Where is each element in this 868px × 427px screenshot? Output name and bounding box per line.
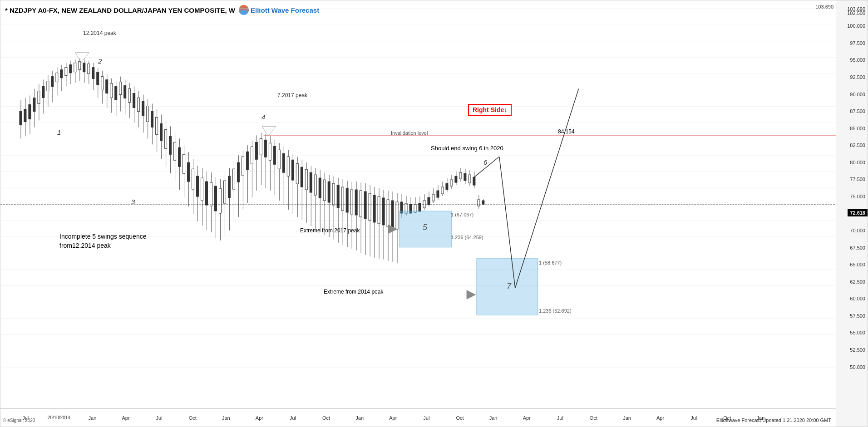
svg-rect-111 [214,186,217,211]
candles-chart [0,0,836,408]
svg-rect-91 [169,136,172,154]
svg-rect-107 [206,182,208,205]
price-82500: 82.500 [850,142,865,148]
fib-1-box7: 1 (58.677) [539,260,562,265]
svg-rect-229 [482,201,484,204]
svg-rect-53 [83,63,85,72]
svg-rect-47 [69,65,72,73]
wave-6-label: 6 [483,158,487,166]
svg-rect-27 [24,109,26,122]
x-label-20102014: 20/10/2014 [48,415,70,420]
svg-rect-65 [110,83,113,98]
wave-5-label: 5 [423,223,427,232]
price-80000: 80.000 [850,160,865,165]
svg-rect-29 [29,104,31,119]
svg-rect-69 [119,82,122,95]
chart-container: * NZDJPY A0-FX, NEW ZEALAND DOLLAR/JAPAN… [0,0,868,427]
svg-rect-151 [305,169,307,190]
svg-rect-173 [355,190,357,215]
svg-rect-63 [106,80,108,93]
svg-rect-79 [142,101,144,116]
x-label-jul3: Jul [290,415,296,421]
svg-rect-169 [346,188,348,212]
price-77500: 77.500 [850,177,865,182]
svg-rect-177 [364,191,366,219]
peak-2017-label: 7.2017 peak [277,92,307,98]
wave-4-label: 4 [261,113,265,121]
svg-rect-145 [291,160,294,180]
svg-rect-127 [251,147,253,164]
svg-rect-85 [156,117,158,134]
svg-rect-167 [341,187,344,211]
price-95000: 95.000 [850,57,865,63]
price-67500: 67.500 [850,245,865,250]
svg-rect-129 [255,142,257,159]
svg-rect-189 [391,201,394,228]
svg-rect-75 [133,93,135,108]
price-52500: 52.500 [850,347,865,353]
svg-marker-238 [467,290,476,299]
svg-rect-179 [369,193,371,221]
svg-rect-87 [160,123,163,141]
svg-rect-155 [314,175,316,195]
svg-rect-139 [278,150,280,169]
svg-rect-217 [455,176,457,182]
fib-1236-box7: 1.236 (52.692) [539,308,572,314]
svg-rect-181 [373,195,375,222]
svg-rect-205 [428,197,430,205]
fib-1-box5: 1 (67.067) [451,212,473,217]
svg-rect-157 [319,178,321,198]
svg-rect-37 [47,81,49,91]
svg-rect-113 [219,188,221,213]
svg-rect-153 [310,172,312,192]
wave-3-label: 3 [131,198,135,206]
x-label-oct1: Oct [189,415,197,421]
svg-rect-95 [178,147,181,167]
svg-rect-59 [97,72,99,85]
x-label-apr4: Apr [523,415,531,421]
x-label-jan2: Jan [222,415,230,421]
svg-rect-183 [378,196,380,224]
price-85000: 85.000 [850,126,865,131]
svg-rect-215 [450,180,453,186]
svg-rect-41 [56,73,58,82]
svg-rect-103 [197,176,199,196]
price-102500: 102.500 [847,10,865,16]
svg-rect-101 [192,169,194,189]
svg-rect-125 [246,152,248,170]
price-87500: 87.500 [850,108,865,114]
svg-rect-175 [360,191,362,217]
x-label-jan1: Jan [89,415,97,421]
price-75000: 75.000 [850,194,865,199]
svg-rect-51 [79,62,81,70]
current-price-badge: 72.618 [848,209,868,216]
x-axis: Jul 20/10/2014 Jan Apr Jul Oct Jan Apr J… [0,408,836,427]
svg-rect-213 [446,183,448,190]
svg-rect-81 [147,106,149,122]
wave-1-label: 1 [57,128,61,136]
svg-rect-133 [264,140,266,157]
x-label-oct4: Oct [590,415,597,421]
copyright-text: © eSignal, 2020 [3,418,35,423]
x-label-apr1: Apr [122,415,129,421]
svg-rect-67 [115,87,117,100]
svg-rect-105 [201,178,203,201]
price-62500: 62.500 [850,279,865,285]
svg-rect-119 [232,169,235,189]
x-label-jan5: Jan [623,415,631,421]
svg-rect-187 [387,200,389,227]
x-label-oct2: Oct [322,415,330,421]
svg-rect-159 [323,180,326,201]
svg-rect-97 [183,154,185,173]
svg-rect-163 [332,183,335,205]
svg-rect-115 [223,181,226,203]
x-label-jan3: Jan [355,415,364,421]
price-57500: 57.500 [850,313,865,319]
svg-line-234 [515,89,579,288]
price-60000: 60.000 [850,296,865,301]
svg-rect-221 [464,173,466,181]
svg-rect-211 [441,187,444,194]
x-label-jul2: Jul [156,415,163,421]
svg-rect-71 [124,86,126,98]
svg-rect-209 [437,191,439,197]
